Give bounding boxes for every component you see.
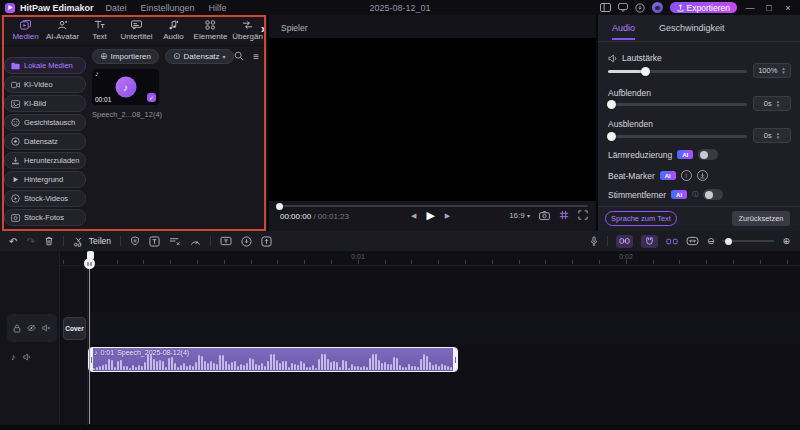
audio-clip[interactable]: ♪ 0:01 Speech_2025-08-12(4): [88, 347, 458, 372]
menu-hilfe[interactable]: Hilfe: [209, 3, 227, 13]
sidebar-item-ki-bild[interactable]: KI-Bild: [4, 95, 86, 112]
reset-button[interactable]: Zurücksetzen: [732, 211, 790, 226]
fade-out-knob[interactable]: [607, 132, 616, 141]
fit-timeline-icon[interactable]: [686, 236, 699, 246]
menu-einstellungen[interactable]: Einstellungen: [141, 3, 195, 13]
next-frame-button[interactable]: ▶: [445, 212, 450, 220]
export-clip-icon[interactable]: [261, 236, 272, 247]
playhead-line[interactable]: [89, 251, 90, 424]
clip-duration: 0:01: [101, 349, 115, 356]
play-button[interactable]: ▶: [426, 209, 434, 222]
microphone-icon[interactable]: [589, 236, 599, 247]
seek-bar[interactable]: [277, 205, 588, 207]
video-track-lane[interactable]: [88, 312, 800, 344]
sidebar-item-stock-fotos[interactable]: Stock-Fotos: [4, 209, 86, 226]
split-scissors-icon[interactable]: [73, 236, 84, 247]
stepper-arrows[interactable]: ▲▼: [776, 132, 780, 139]
audio-track-icon[interactable]: ♪: [11, 352, 16, 362]
media-item-thumbnail[interactable]: ♪ ♪ 00:01 ✓: [92, 69, 159, 105]
seek-knob[interactable]: [276, 203, 283, 210]
snapshot-icon[interactable]: [539, 211, 550, 220]
close-gap-icon[interactable]: [169, 236, 181, 246]
clip-trim-handle-right[interactable]: [453, 348, 457, 371]
fade-in-knob[interactable]: [607, 100, 616, 109]
hide-track-icon[interactable]: [27, 324, 36, 332]
export-button[interactable]: Exportieren: [670, 2, 737, 13]
tab-text[interactable]: Text: [81, 20, 118, 41]
fade-in-slider[interactable]: [608, 103, 747, 106]
voice-remover-toggle[interactable]: [703, 189, 723, 200]
sidebar-item-stock-videos[interactable]: Stock-Videos: [4, 190, 86, 207]
sidebar-item-gesichtstausch[interactable]: Gesichtstausch: [4, 114, 86, 131]
tabs-expand-chevron-icon[interactable]: ›: [261, 21, 265, 36]
import-button[interactable]: ⊕ Importieren: [92, 49, 159, 64]
info-icon[interactable]: i: [681, 170, 692, 181]
ai-badge: AI: [671, 190, 687, 199]
fullscreen-icon[interactable]: [578, 210, 588, 220]
menu-datei[interactable]: Datei: [106, 3, 127, 13]
marker-flag-icon[interactable]: [130, 236, 140, 246]
list-view-icon[interactable]: ≡: [253, 51, 259, 62]
tab-ai-avatar[interactable]: AI-Avatar: [44, 20, 81, 41]
search-icon[interactable]: [234, 51, 244, 61]
aspect-ratio-dropdown[interactable]: 16:9 ▾: [509, 211, 530, 220]
magnet-icon[interactable]: [641, 235, 658, 248]
dataset-filter-dropdown[interactable]: ⊙ Datensatz ▾: [165, 49, 234, 64]
user-avatar[interactable]: [652, 2, 663, 13]
audio-mute-icon[interactable]: [23, 353, 32, 361]
fade-out-slider[interactable]: [608, 135, 747, 138]
add-text-icon[interactable]: [149, 236, 160, 247]
redo-icon[interactable]: ↷: [26, 236, 34, 247]
sidebar-item-herunterzuladen[interactable]: Herunterzuladen: [4, 152, 86, 169]
tab-audio[interactable]: Audio: [155, 20, 192, 41]
sidebar-item-ki-video[interactable]: KI-Video: [4, 76, 86, 93]
music-note-icon: ♪: [94, 349, 98, 356]
tab-medien[interactable]: Medien: [7, 20, 44, 41]
video-viewport[interactable]: [269, 38, 596, 201]
sidebar-item-datensatz[interactable]: Datensatz: [4, 133, 86, 150]
close-button[interactable]: ×: [782, 3, 794, 13]
cover-button[interactable]: Cover: [63, 317, 86, 340]
layout-panels-icon[interactable]: [600, 3, 611, 12]
timeline-ruler[interactable]: 0:01 0:02: [61, 251, 800, 266]
caret-down-icon: ▾: [527, 213, 530, 219]
elements-icon: [205, 20, 216, 31]
download-circle-icon[interactable]: [697, 170, 708, 181]
snap-toggle-icon[interactable]: [616, 235, 633, 248]
add-title-icon[interactable]: [220, 236, 232, 246]
fade-in-value[interactable]: 0s▲▼: [753, 96, 791, 111]
clip-name: Speech_2025-08-12(4): [117, 349, 189, 356]
grid-overlay-icon[interactable]: [559, 210, 569, 220]
mute-track-icon[interactable]: [42, 324, 51, 332]
unlink-icon[interactable]: [666, 237, 678, 246]
playhead-handle[interactable]: [84, 251, 95, 269]
maximize-button[interactable]: □: [763, 3, 775, 13]
undo-icon[interactable]: ↶: [9, 236, 17, 247]
sidebar-item-lokale-medien[interactable]: Lokale Medien: [4, 57, 86, 74]
volume-value[interactable]: 100%▲▼: [753, 63, 791, 78]
speed-gauge-icon[interactable]: [190, 236, 201, 246]
fade-out-value[interactable]: 0s▲▼: [753, 128, 791, 143]
speech-to-text-button[interactable]: Sprache zum Text: [605, 211, 677, 226]
feedback-icon[interactable]: [618, 3, 628, 12]
tab-elemente[interactable]: Elemente: [192, 20, 229, 41]
minimize-button[interactable]: —: [744, 3, 756, 13]
split-label[interactable]: Teilen: [89, 236, 111, 246]
zoom-in-icon[interactable]: ⊕: [782, 236, 790, 246]
tab-geschwindigkeit[interactable]: Geschwindigkeit: [659, 23, 725, 40]
prev-frame-button[interactable]: ◀: [411, 212, 416, 220]
lock-icon[interactable]: [13, 324, 21, 333]
sidebar-item-hintergrund[interactable]: Hintergrund: [4, 171, 86, 188]
trash-icon[interactable]: [44, 236, 54, 246]
volume-slider-knob[interactable]: [641, 67, 650, 76]
download-clip-icon[interactable]: [241, 236, 252, 247]
tab-untertitel[interactable]: Untertitel: [118, 20, 155, 41]
zoom-out-icon[interactable]: ⊖: [707, 236, 715, 246]
stepper-arrows[interactable]: ▲▼: [781, 67, 785, 74]
download-center-icon[interactable]: [635, 3, 645, 13]
noise-reduction-toggle[interactable]: [698, 149, 718, 160]
tab-audio-properties[interactable]: Audio: [612, 23, 635, 40]
volume-slider[interactable]: [608, 70, 747, 73]
stepper-arrows[interactable]: ▲▼: [776, 100, 780, 107]
timeline-zoom-slider[interactable]: [722, 240, 774, 242]
